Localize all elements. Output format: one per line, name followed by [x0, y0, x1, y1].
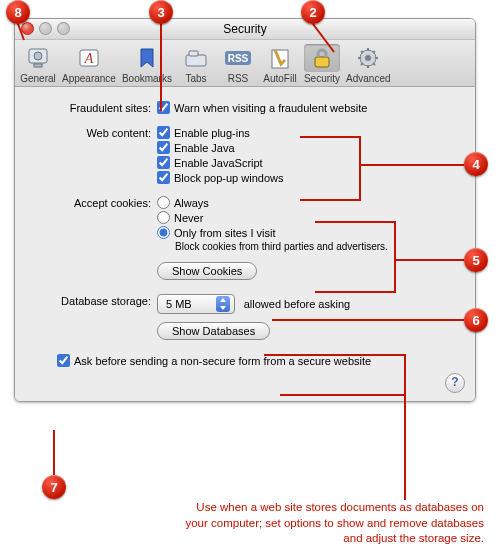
bookmarks-icon: [129, 44, 165, 72]
db-label: Database storage:: [29, 294, 157, 307]
callout-7: 7: [42, 475, 66, 499]
svg-rect-2: [34, 64, 42, 67]
toolbar-bookmarks[interactable]: Bookmarks: [119, 43, 175, 85]
traffic-lights: [21, 22, 70, 35]
cookies-never-radio[interactable]: Never: [157, 211, 461, 224]
zoom-button[interactable]: [57, 22, 70, 35]
toolbar-general[interactable]: General: [17, 43, 59, 85]
java-checkbox[interactable]: Enable Java: [157, 141, 461, 154]
toolbar-tabs[interactable]: Tabs: [175, 43, 217, 85]
callout-5: 5: [464, 248, 488, 272]
appearance-icon: A: [71, 44, 107, 72]
callout-8: 8: [6, 0, 30, 24]
general-icon: [20, 44, 56, 72]
svg-line-18: [361, 51, 363, 53]
toolbar-appearance[interactable]: A Appearance: [59, 43, 119, 85]
svg-line-21: [361, 63, 363, 65]
cookies-always-radio[interactable]: Always: [157, 196, 461, 209]
svg-rect-5: [186, 55, 206, 66]
cookies-label: Accept cookies:: [29, 196, 157, 209]
show-databases-button[interactable]: Show Databases: [157, 322, 270, 340]
titlebar: Security: [15, 19, 475, 40]
rss-icon: RSS: [220, 44, 256, 72]
security-icon: [304, 44, 340, 72]
minimize-button[interactable]: [39, 22, 52, 35]
close-button[interactable]: [21, 22, 34, 35]
fraud-warn-input[interactable]: [157, 101, 170, 114]
db-suffix: allowed before asking: [244, 298, 350, 310]
cookies-sub: Block cookies from third parties and adv…: [175, 241, 461, 252]
callout-6: 6: [464, 308, 488, 332]
svg-line-20: [373, 51, 375, 53]
cookies-onlysites-radio[interactable]: Only from sites I visit: [157, 226, 461, 239]
callout-4: 4: [464, 152, 488, 176]
fraud-label: Fraudulent sites:: [29, 101, 157, 114]
fraud-warn-checkbox[interactable]: Warn when visiting a fraudulent website: [157, 101, 461, 114]
preferences-window: Security General A Appearance Bookmarks …: [14, 18, 476, 402]
chevron-updown-icon: [216, 296, 230, 312]
callout-2: 2: [301, 0, 325, 24]
callout-3: 3: [149, 0, 173, 24]
caption-text: Use when a web site stores documents as …: [184, 500, 484, 547]
toolbar-rss[interactable]: RSS RSS: [217, 43, 259, 85]
web-label: Web content:: [29, 126, 157, 139]
popup-checkbox[interactable]: Block pop-up windows: [157, 171, 461, 184]
db-size-popup[interactable]: 5 MB: [157, 294, 235, 314]
toolbar: General A Appearance Bookmarks Tabs RSS …: [15, 40, 475, 87]
svg-rect-6: [189, 51, 198, 56]
show-cookies-button[interactable]: Show Cookies: [157, 262, 257, 280]
toolbar-security[interactable]: Security: [301, 43, 343, 85]
ask-nonsecure-checkbox[interactable]: Ask before sending a non-secure form fro…: [57, 354, 371, 367]
svg-line-19: [373, 63, 375, 65]
tabs-icon: [178, 44, 214, 72]
help-button[interactable]: ?: [445, 373, 465, 393]
svg-rect-10: [315, 57, 329, 67]
content-pane: Fraudulent sites: Warn when visiting a f…: [15, 87, 475, 401]
toolbar-advanced[interactable]: Advanced: [343, 43, 393, 85]
window-title: Security: [223, 22, 266, 36]
svg-point-13: [365, 55, 371, 61]
svg-text:A: A: [84, 51, 94, 66]
javascript-checkbox[interactable]: Enable JavaScript: [157, 156, 461, 169]
svg-point-1: [34, 52, 42, 60]
autofill-icon: [262, 44, 298, 72]
svg-text:RSS: RSS: [228, 53, 249, 64]
advanced-icon: [350, 44, 386, 72]
plugins-checkbox[interactable]: Enable plug-ins: [157, 126, 461, 139]
toolbar-autofill[interactable]: AutoFill: [259, 43, 301, 85]
